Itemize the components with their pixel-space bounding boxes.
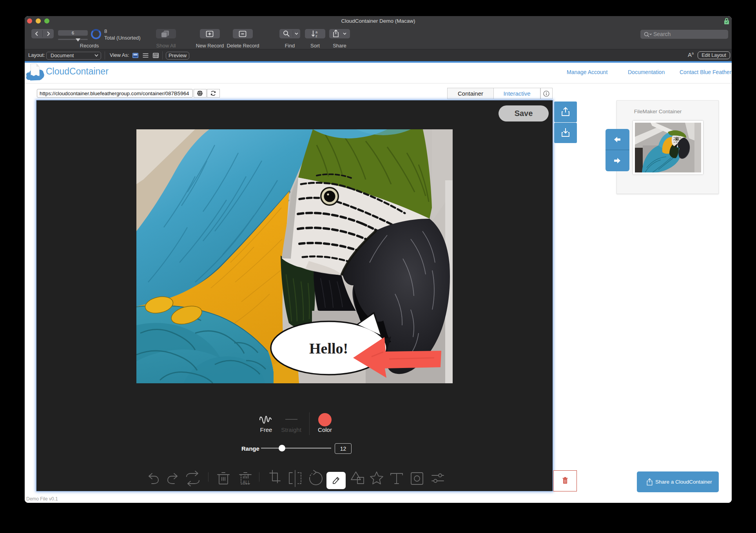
svg-text:z: z bbox=[315, 34, 317, 38]
svg-text:ALL: ALL bbox=[243, 480, 250, 484]
svg-text:Hello!: Hello! bbox=[309, 340, 348, 357]
svg-text:a: a bbox=[315, 30, 317, 34]
